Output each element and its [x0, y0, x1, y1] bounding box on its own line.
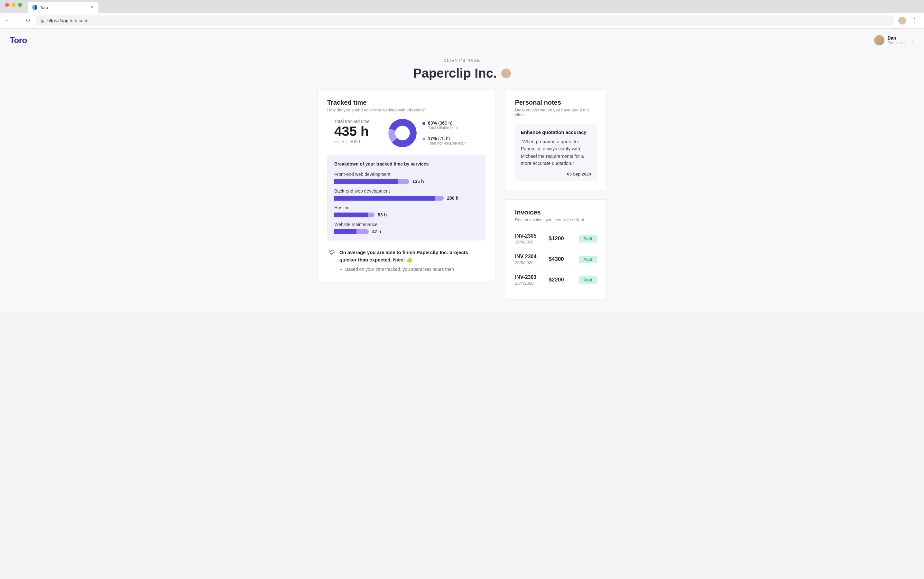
tracked-time-card: Tracked time How did you spend your time…: [317, 90, 495, 281]
status-badge: Paid: [579, 256, 597, 263]
breakdown-panel: Breakdown of your tracked time by servic…: [327, 155, 486, 240]
minimize-window-icon[interactable]: [11, 3, 15, 7]
browser-profile-avatar[interactable]: [898, 17, 906, 25]
note-body: “When preparing a quote for Paperclip, a…: [521, 138, 591, 167]
invoices-card: Invoices Recent invoices you sent to the…: [505, 200, 607, 299]
status-badge: Paid: [579, 235, 597, 242]
window-controls[interactable]: [3, 3, 24, 10]
legend-nonbillable-label: Total non-billable hour: [428, 141, 466, 146]
breakdown-row: Back-end web development 200 h: [334, 188, 478, 201]
invoice-row[interactable]: INV-2303 25/7/2020 $2200 Paid: [515, 270, 597, 290]
legend-dot-icon: [422, 137, 425, 141]
status-badge: Paid: [579, 276, 597, 284]
address-url: https://app.toro.com: [47, 18, 87, 23]
insight-bullet: Based on your time tracked, you spent le…: [345, 267, 484, 272]
notes-title: Personal notes: [515, 99, 597, 106]
legend-nonbillable: 17% (75 h) Total non-billable hour: [422, 136, 466, 146]
invoice-number: INV-2304: [515, 254, 549, 260]
legend-billable: 83% (360 h) Total billable hour: [422, 121, 466, 130]
invoices-subtitle: Recent invoices you sent to the client: [515, 218, 597, 222]
browser-menu-icon[interactable]: ⋮: [910, 17, 919, 24]
user-name: Dan: [888, 36, 906, 41]
breakdown-row: Hosting 53 h: [334, 205, 478, 218]
total-tracked-label: Total tracked time: [334, 119, 383, 124]
forward-button[interactable]: →: [15, 17, 21, 24]
user-menu[interactable]: Dan Freelancer ⌄: [874, 35, 914, 46]
lightbulb-icon: [329, 250, 335, 272]
svg-line-8: [334, 250, 334, 250]
app-header: Toro Dan Freelancer ⌄: [0, 29, 924, 52]
invoices-title: Invoices: [515, 209, 597, 216]
note-heading: Enhance quotation accuracy: [521, 129, 591, 135]
legend-nonbillable-hours: (75 h): [438, 136, 450, 141]
client-avatar: [501, 69, 511, 78]
breakdown-title: Breakdown of your tracked time by servic…: [334, 161, 478, 167]
back-button[interactable]: ←: [5, 17, 11, 24]
invoice-row[interactable]: INV-2305 26/9/2020 $1200 Paid: [515, 229, 597, 249]
legend-billable-hours: (360 h): [438, 121, 452, 126]
close-tab-icon[interactable]: ✕: [90, 5, 94, 10]
user-role: Freelancer: [888, 41, 906, 45]
invoice-row[interactable]: INV-2304 25/8/2020 $4300 Paid: [515, 249, 597, 270]
legend-nonbillable-pct: 17%: [428, 136, 437, 141]
breakdown-row-value: 135 h: [412, 179, 424, 184]
logo[interactable]: Toro: [10, 36, 27, 46]
note-item[interactable]: Enhance quotation accuracy “When prepari…: [515, 124, 597, 181]
total-tracked-value: 435 h: [334, 124, 383, 139]
favicon-icon: [32, 5, 37, 10]
browser-tab[interactable]: Toro ✕: [28, 2, 98, 13]
invoice-amount: $1200: [549, 236, 575, 242]
page-title: Paperclip Inc.: [413, 66, 511, 80]
legend-dot-icon: [422, 122, 425, 125]
legend-billable-pct: 83%: [428, 121, 437, 126]
total-tracked-estimate: vs est. 500 h: [334, 139, 383, 144]
invoice-date: 26/9/2020: [515, 240, 549, 244]
legend-billable-label: Total billable hour: [428, 126, 458, 130]
svg-line-7: [329, 250, 330, 250]
browser-chrome: Toro ✕ ← → ⟳ 🔒 https://app.toro.com ⋮: [0, 0, 924, 29]
invoice-amount: $2200: [549, 276, 575, 283]
breakdown-row: Website maintenance 47 h: [334, 222, 478, 234]
breakdown-row-label: Hosting: [334, 205, 478, 210]
svg-point-2: [330, 250, 333, 254]
personal-notes-card: Personal notes Detailed information you …: [505, 90, 607, 190]
invoice-number: INV-2303: [515, 274, 549, 280]
close-window-icon[interactable]: [5, 3, 9, 7]
maximize-window-icon[interactable]: [18, 3, 22, 7]
notes-subtitle: Detailed information you have about this…: [515, 108, 597, 117]
breakdown-row-label: Back-end web development: [334, 188, 478, 193]
invoice-date: 25/7/2020: [515, 281, 549, 286]
invoice-amount: $4300: [549, 256, 575, 262]
address-bar[interactable]: 🔒 https://app.toro.com: [35, 15, 895, 26]
invoice-number: INV-2305: [515, 233, 549, 239]
chevron-down-icon: ⌄: [911, 38, 914, 43]
lock-icon: 🔒: [40, 18, 45, 23]
avatar: [874, 35, 885, 46]
breakdown-row-label: Front-end web development: [334, 172, 478, 177]
tracked-time-subtitle: How did you spend your time working with…: [327, 108, 486, 112]
page-eyebrow: CLIENT'S PAGE: [0, 58, 924, 63]
breakdown-row-label: Website maintenance: [334, 222, 478, 227]
tracked-time-title: Tracked time: [327, 99, 486, 106]
insight-headline: On average you are able to finish Paperc…: [339, 249, 484, 263]
tab-title: Toro: [40, 5, 88, 10]
breakdown-row-value: 47 h: [372, 229, 381, 234]
note-date: 05 Sep 2020: [521, 172, 591, 177]
breakdown-row-value: 200 h: [447, 195, 458, 201]
client-name: Paperclip Inc.: [413, 66, 497, 80]
breakdown-row-value: 53 h: [378, 212, 387, 218]
invoice-date: 25/8/2020: [515, 260, 549, 265]
reload-button[interactable]: ⟳: [25, 17, 31, 24]
donut-chart: [388, 119, 417, 147]
insight-block: On average you are able to finish Paperc…: [327, 249, 486, 272]
breakdown-row: Front-end web development 135 h: [334, 172, 478, 184]
